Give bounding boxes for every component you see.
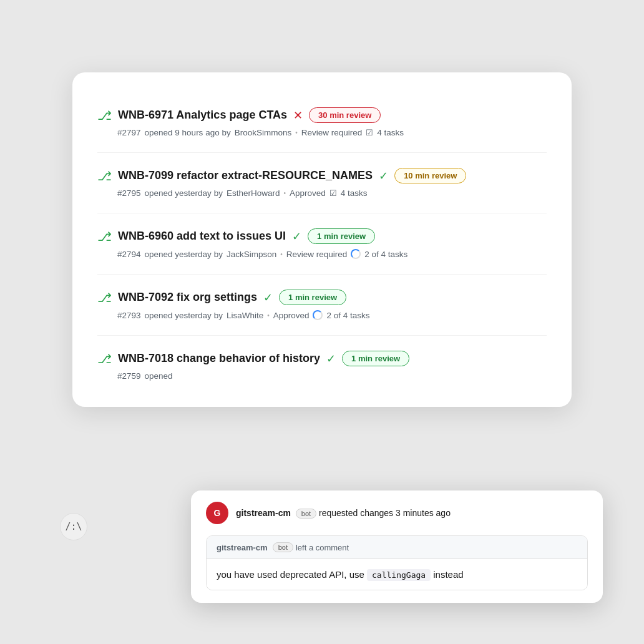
check-icon-4: ✓ (263, 291, 273, 305)
comment-box-header: gitstream-cm bot left a comment (207, 536, 587, 559)
pr-number-3: #2794 (117, 250, 141, 259)
pr-title-row-5: ⎇ WNB-7018 change behavior of history ✓ … (97, 351, 547, 366)
branch-icon-1: ⎇ (97, 108, 112, 123)
pr-title-row-3: ⎇ WNB-6960 add text to issues UI ✓ 1 min… (97, 228, 547, 244)
check-icon-3: ✓ (292, 230, 301, 243)
opened-5: opened (145, 371, 173, 381)
tasks-1: 4 tasks (377, 128, 404, 137)
pr-number-4: #2793 (117, 311, 141, 320)
pr-item-3: ⎇ WNB-6960 add text to issues UI ✓ 1 min… (97, 213, 547, 275)
opened-1: opened 9 hours ago by (145, 128, 231, 137)
avatar-letter: G (214, 508, 221, 518)
comment-box: gitstream-cm bot left a comment you have… (206, 535, 588, 590)
pr-meta-2: #2795 opened yesterday by EstherHoward •… (117, 188, 547, 198)
bot-avatar: G (206, 502, 228, 524)
tasks-3: 2 of 4 tasks (364, 250, 407, 259)
comment-actor: gitstream-cm (217, 543, 268, 552)
x-icon-1: ✕ (293, 109, 303, 122)
branch-icon-3: ⎇ (97, 229, 112, 244)
comment-suffix: instead (433, 569, 463, 580)
popup-action: requested changes 3 minutes ago (319, 508, 451, 518)
status-3: Review required (286, 250, 348, 259)
bot-badge-comment: bot (273, 542, 293, 552)
opened-3: opened yesterday by (145, 250, 223, 259)
progress-circle-4 (313, 310, 323, 320)
main-card: ⎇ WNB-6971 Analytics page CTAs ✕ 30 min … (72, 72, 572, 407)
task-icon-1: ☑ (366, 128, 373, 137)
pr-item-5: ⎇ WNB-7018 change behavior of history ✓ … (97, 336, 547, 387)
branch-icon-2: ⎇ (97, 168, 112, 183)
pr-number-5: #2759 (117, 371, 141, 381)
pr-item-4: ⎇ WNB-7092 fix org settings ✓ 1 min revi… (97, 275, 547, 336)
dot-1: • (295, 129, 298, 136)
status-4: Approved (273, 311, 310, 320)
pr-meta-3: #2794 opened yesterday by JackSimpson • … (117, 249, 547, 259)
code-inline: callingGaga (367, 569, 431, 581)
tasks-2: 4 tasks (341, 188, 368, 198)
pr-title-row-4: ⎇ WNB-7092 fix org settings ✓ 1 min revi… (97, 290, 547, 305)
opened-4: opened yesterday by (145, 311, 223, 320)
outer-wrapper: ⎇ WNB-6971 Analytics page CTAs ✕ 30 min … (54, 54, 590, 590)
dot-4: • (267, 312, 270, 319)
comment-prefix: you have used deprecated API, use (217, 569, 364, 580)
branch-icon-4: ⎇ (97, 290, 112, 305)
comment-header-action: left a comment (296, 543, 349, 552)
pr-title-5[interactable]: WNB-7018 change behavior of history (118, 352, 320, 365)
pr-item-2: ⎇ WNB-7099 refactor extract-RESOURCE_NAM… (97, 153, 547, 213)
pr-title-4[interactable]: WNB-7092 fix org settings (118, 291, 257, 304)
pr-title-row-1: ⎇ WNB-6971 Analytics page CTAs ✕ 30 min … (97, 107, 547, 123)
badge-3[interactable]: 1 min review (308, 228, 375, 244)
pr-meta-4: #2793 opened yesterday by LisaWhite • Ap… (117, 310, 547, 320)
opened-2: opened yesterday by (145, 188, 223, 198)
status-1: Review required (301, 128, 363, 137)
status-2: Approved (290, 188, 326, 198)
pr-title-3[interactable]: WNB-6960 add text to issues UI (118, 230, 286, 243)
task-icon-2: ☑ (329, 188, 337, 198)
tasks-4: 2 of 4 tasks (326, 311, 369, 320)
comment-box-body: you have used deprecated API, use callin… (207, 559, 587, 590)
pr-meta-5: #2759 opened (117, 371, 547, 381)
pr-title-2[interactable]: WNB-7099 refactor extract-RESOURCE_NAMES (118, 169, 373, 182)
slash-icon: /:\ (60, 513, 87, 540)
author-1[interactable]: BrookSimmons (235, 128, 292, 137)
pr-number-2: #2795 (117, 188, 141, 198)
author-4[interactable]: LisaWhite (227, 311, 263, 320)
pr-number-1: #2797 (117, 128, 141, 137)
pr-meta-1: #2797 opened 9 hours ago by BrookSimmons… (117, 128, 547, 137)
popup-header-text: gitstream-cm bot requested changes 3 min… (236, 508, 451, 519)
popup-header: G gitstream-cm bot requested changes 3 m… (191, 490, 603, 535)
badge-1[interactable]: 30 min review (309, 107, 381, 123)
badge-2[interactable]: 10 min review (394, 168, 466, 183)
check-icon-5: ✓ (326, 352, 336, 366)
progress-circle-3 (351, 249, 361, 259)
popup-actor: gitstream-cm (236, 508, 291, 518)
author-2[interactable]: EstherHoward (227, 188, 280, 198)
check-icon-2: ✓ (379, 169, 388, 183)
dot-3: • (280, 251, 283, 258)
branch-icon-5: ⎇ (97, 351, 112, 366)
popup-card: G gitstream-cm bot requested changes 3 m… (191, 490, 603, 603)
author-3[interactable]: JackSimpson (227, 250, 276, 259)
pr-title-1[interactable]: WNB-6971 Analytics page CTAs (118, 109, 287, 122)
pr-title-row-2: ⎇ WNB-7099 refactor extract-RESOURCE_NAM… (97, 168, 547, 183)
badge-4[interactable]: 1 min review (279, 290, 346, 305)
dot-2: • (283, 190, 286, 197)
pr-item-1: ⎇ WNB-6971 Analytics page CTAs ✕ 30 min … (97, 92, 547, 153)
bot-badge-header: bot (296, 509, 316, 519)
badge-5[interactable]: 1 min review (342, 351, 409, 366)
